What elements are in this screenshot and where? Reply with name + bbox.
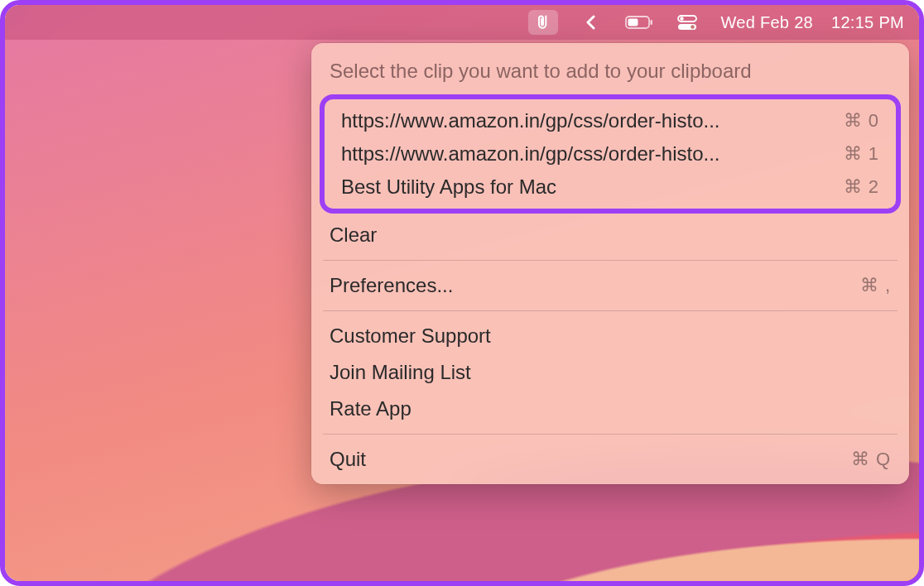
rate-app-button[interactable]: Rate App [311,391,909,427]
join-mailing-button[interactable]: Join Mailing List [311,354,909,391]
separator [323,434,898,435]
svg-point-4 [681,17,684,20]
menubar-time[interactable]: 12:15 PM [831,13,904,32]
clip-text: https://www.amazon.in/gp/css/order-histo… [341,109,720,132]
separator [323,260,898,261]
menu-label: Quit [330,448,366,471]
control-center-icon[interactable] [672,10,702,35]
preferences-button[interactable]: Preferences... ⌘ , [311,267,909,304]
clip-shortcut: ⌘ 0 [844,110,879,132]
separator [323,310,898,311]
paperclip-icon[interactable] [528,10,558,35]
menu-label: Join Mailing List [330,361,471,384]
menu-label: Clear [330,223,377,247]
menu-label: Preferences... [330,274,453,297]
clip-shortcut: ⌘ 1 [844,143,879,165]
svg-point-6 [691,25,695,28]
menu-label: Rate App [330,397,411,420]
svg-rect-1 [628,19,638,26]
clip-text: Best Utility Apps for Mac [341,175,556,199]
clip-shortcut: ⌘ 2 [844,176,879,198]
customer-support-button[interactable]: Customer Support [311,318,909,354]
clip-item-1[interactable]: https://www.amazon.in/gp/css/order-histo… [330,137,891,171]
chevron-left-icon[interactable] [576,10,606,35]
menu-label: Customer Support [330,324,491,348]
clip-item-2[interactable]: Best Utility Apps for Mac ⌘ 2 [330,171,891,204]
svg-rect-2 [651,20,653,25]
menu-header: Select the clip you want to add to your … [311,55,909,94]
menubar: Wed Feb 28 12:15 PM [5,5,919,40]
menu-shortcut: ⌘ Q [851,449,891,470]
menu-shortcut: ⌘ , [860,275,891,296]
clip-text: https://www.amazon.in/gp/css/order-histo… [341,142,720,166]
menubar-date[interactable]: Wed Feb 28 [720,13,813,32]
quit-button[interactable]: Quit ⌘ Q [311,441,909,478]
clipboard-menu: Select the clip you want to add to your … [311,43,909,484]
clips-highlight-box: https://www.amazon.in/gp/css/order-histo… [320,94,901,214]
battery-icon[interactable] [624,10,654,35]
clear-button[interactable]: Clear [311,217,909,253]
clip-item-0[interactable]: https://www.amazon.in/gp/css/order-histo… [330,104,891,137]
